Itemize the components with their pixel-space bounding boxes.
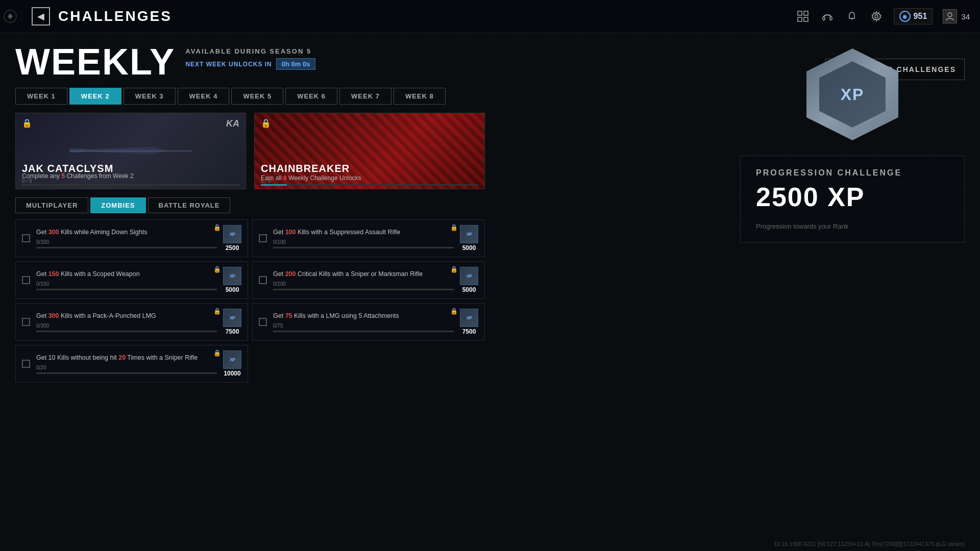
banner-chainbreaker: 🔒 CHAINBREAKER Earn all 8 Weekly Challen…	[254, 113, 485, 189]
lock-icon: 🔒	[213, 224, 221, 231]
challenge-reward: XP 2500	[223, 225, 241, 252]
tab-week8[interactable]: WEEK 8	[394, 88, 446, 105]
challenge-info: Get 10 Kills without being hit 20 Times …	[36, 354, 217, 374]
challenge-info: Get 75 Kills with a LMG using 5 Attachme…	[273, 312, 454, 333]
tab-week2[interactable]: WEEK 2	[69, 88, 121, 105]
challenge-item: Get 300 Kills with a Pack-A-Punched LMG …	[15, 303, 248, 341]
banner-jak: 🔒 KA JAK CATACLYSM Complete any 5 Challe…	[15, 113, 246, 189]
tab-week5[interactable]: WEEK 5	[231, 88, 283, 105]
challenge-checkbox[interactable]	[259, 318, 267, 326]
xp-text-large: XP	[841, 85, 865, 104]
challenge-checkbox[interactable]	[22, 234, 30, 242]
currency-value: 951	[914, 12, 927, 21]
challenge-desc: Get 10 Kills without being hit 20 Times …	[36, 354, 217, 363]
challenge-progress-text: 0/300	[36, 323, 217, 329]
challenge-progress-text: 0/150	[36, 281, 217, 287]
challenge-info: Get 300 Kills while Aiming Down Sights 0…	[36, 228, 217, 249]
challenge-checkbox[interactable]	[259, 276, 267, 284]
lock-icon: 🔒	[450, 224, 458, 231]
challenge-desc: Get 300 Kills with a Pack-A-Punched LMG	[36, 312, 217, 321]
xp-icon: XP	[460, 225, 478, 243]
challenge-info: Get 200 Critical Kills with a Sniper or …	[273, 270, 454, 291]
svg-rect-4	[804, 17, 808, 21]
challenge-reward: XP 10000	[223, 350, 241, 377]
banner-chain-lock-icon: 🔒	[261, 118, 271, 128]
xp-value: 7500	[226, 328, 239, 335]
player-icon	[943, 9, 957, 23]
progression-desc: Progression towards your Rank	[756, 222, 949, 230]
unlock-label: NEXT WEEK UNLOCKS IN	[185, 61, 272, 68]
challenge-progress-bar	[273, 247, 454, 248]
challenge-reward: XP 7500	[223, 309, 241, 335]
challenge-item: Get 10 Kills without being hit 20 Times …	[15, 345, 248, 383]
svg-rect-3	[798, 17, 802, 21]
tab-week1[interactable]: WEEK 1	[15, 88, 67, 105]
challenge-item: Get 150 Kills with a Scoped Weapon 0/150…	[15, 261, 248, 299]
unlock-row: NEXT WEEK UNLOCKS IN 0h 0m 0s	[185, 58, 315, 70]
currency-icon: ◉	[899, 11, 911, 22]
gear-icon[interactable]	[869, 11, 884, 22]
challenge-item: Get 200 Critical Kills with a Sniper or …	[252, 261, 485, 299]
xp-badge-large: XP	[801, 43, 903, 145]
xp-value: 7500	[462, 328, 476, 335]
progression-xp: 2500 XP	[756, 182, 949, 212]
challenge-desc: Get 150 Kills with a Scoped Weapon	[36, 270, 217, 279]
challenge-checkbox[interactable]	[22, 318, 30, 326]
game-logo-icon	[4, 10, 17, 23]
weekly-left: WEEKLY AVAILABLE DURING SEASON 5 NEXT WE…	[15, 43, 315, 80]
svg-rect-2	[804, 11, 808, 15]
tab-week4[interactable]: WEEK 4	[178, 88, 230, 105]
tab-week6[interactable]: WEEK 6	[285, 88, 337, 105]
challenge-reward: XP 5000	[460, 267, 478, 293]
challenge-reward: XP 7500	[460, 309, 478, 335]
svg-rect-1	[798, 11, 802, 15]
right-panel: XP PROGRESSION CHALLENGE 2500 XP Progres…	[740, 43, 965, 243]
challenge-desc: Get 75 Kills with a LMG using 5 Attachme…	[273, 312, 454, 321]
tab-battle-royale[interactable]: BATTLE ROYALE	[148, 197, 231, 213]
challenge-item: Get 75 Kills with a LMG using 5 Attachme…	[252, 303, 485, 341]
banner-brand: KA	[226, 118, 239, 129]
player-level: 34	[943, 9, 970, 23]
challenge-progress-text: 0/300	[36, 239, 217, 245]
grid-icon[interactable]	[796, 11, 810, 22]
challenge-progress-text: 0/200	[273, 281, 454, 287]
xp-value: 5000	[462, 244, 476, 252]
xp-value: 5000	[226, 286, 239, 293]
xp-icon: XP	[223, 267, 241, 285]
weekly-meta: AVAILABLE DURING SEASON 5 NEXT WEEK UNLO…	[185, 43, 315, 70]
challenge-info: Get 150 Kills with a Scoped Weapon 0/150	[36, 270, 217, 291]
challenge-progress-text: 0/75	[273, 323, 454, 329]
lock-icon: 🔒	[213, 349, 221, 357]
challenges-grid: Get 300 Kills while Aiming Down Sights 0…	[15, 219, 485, 383]
currency-badge: ◉ 951	[894, 8, 933, 24]
xp-value: 10000	[224, 370, 240, 377]
bell-icon[interactable]	[845, 11, 859, 22]
footer-info: 10.16.1900.4231 [56:127:11250+11:A] Tho[…	[774, 541, 965, 547]
tab-week7[interactable]: WEEK 7	[339, 88, 391, 105]
progression-title: PROGRESSION CHALLENGE	[756, 168, 949, 178]
challenge-desc: Get 200 Critical Kills with a Sniper or …	[273, 270, 454, 279]
tab-multiplayer[interactable]: MULTIPLAYER	[15, 197, 88, 213]
available-text: AVAILABLE DURING SEASON 5	[185, 47, 315, 55]
xp-value: 2500	[226, 244, 239, 252]
challenge-checkbox[interactable]	[22, 360, 30, 368]
challenge-progress-bar	[273, 289, 454, 290]
challenge-progress-bar	[36, 372, 217, 374]
challenge-info: Get 300 Kills with a Pack-A-Punched LMG …	[36, 312, 217, 333]
svg-point-9	[875, 15, 878, 18]
challenge-progress-bar	[36, 247, 217, 248]
lock-icon: 🔒	[213, 266, 221, 273]
challenge-desc: Get 300 Kills while Aiming Down Sights	[36, 228, 217, 237]
progression-box: PROGRESSION CHALLENGE 2500 XP Progressio…	[740, 156, 965, 243]
xp-icon: XP	[223, 309, 241, 327]
challenge-checkbox[interactable]	[22, 276, 30, 284]
xp-icon: XP	[460, 309, 478, 327]
tab-week3[interactable]: WEEK 3	[124, 88, 176, 105]
unlock-timer: 0h 0m 0s	[276, 58, 316, 70]
tab-zombies[interactable]: ZOMBIES	[90, 197, 145, 213]
headphones-icon[interactable]	[820, 11, 835, 22]
banner-lock-icon: 🔒	[22, 118, 32, 128]
challenge-checkbox[interactable]	[259, 234, 267, 242]
level-value: 34	[961, 12, 970, 21]
back-button[interactable]: ◀	[32, 7, 50, 26]
